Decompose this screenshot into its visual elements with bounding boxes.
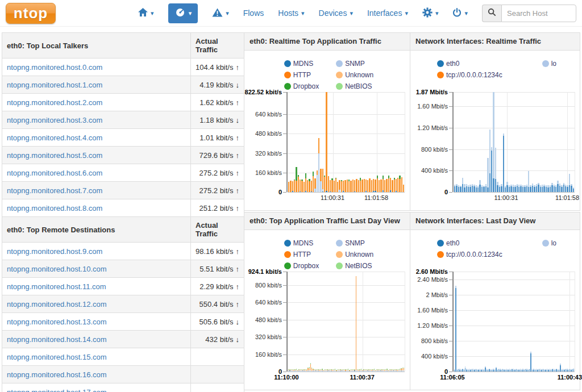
bar-segment xyxy=(365,180,367,191)
bar-segment xyxy=(516,369,517,372)
host-link[interactable]: ntopng.monitored.host.13.com xyxy=(7,318,107,326)
host-link[interactable]: ntopng.monitored.host.10.com xyxy=(7,265,107,273)
bar-segment xyxy=(298,370,299,372)
bar-segment xyxy=(564,370,564,372)
bar xyxy=(526,272,527,372)
search-button[interactable] xyxy=(482,5,501,22)
table-row: ntopng.monitored.host.9.com98.16 kbit/s↑ xyxy=(2,243,244,260)
bar xyxy=(334,92,335,192)
host-link[interactable]: ntopng.monitored.host.4.com xyxy=(7,134,102,142)
host-link[interactable]: ntopng.monitored.host.14.com xyxy=(7,335,107,344)
host-link[interactable]: ntopng.monitored.host.7.com xyxy=(7,186,102,195)
table-row: ntopng.monitored.host.16.com xyxy=(2,366,244,383)
bar-segment xyxy=(352,370,352,372)
ntop-logo[interactable]: ntop xyxy=(6,3,56,24)
section-title: eth0: Top Remote Destinations xyxy=(2,217,191,243)
y-axis-label: 160 kbit/s xyxy=(255,169,282,176)
bar-segment xyxy=(479,180,480,185)
bar xyxy=(568,272,569,372)
bar xyxy=(379,272,380,372)
bar xyxy=(526,92,527,192)
bar-segment xyxy=(307,370,308,372)
bar xyxy=(525,272,526,372)
traffic-cell xyxy=(191,348,244,366)
bar-segment xyxy=(402,370,403,372)
bar xyxy=(380,272,381,372)
host-link[interactable]: ntopng.monitored.host.6.com xyxy=(7,169,102,177)
bar xyxy=(557,92,558,192)
bar xyxy=(305,92,306,192)
y-axis-label: 320 kbit/s xyxy=(255,150,282,157)
nav-power[interactable]: ▾ xyxy=(452,8,468,19)
host-link[interactable]: ntopng.monitored.host.2.com xyxy=(7,98,102,107)
nav-flows[interactable]: Flows xyxy=(243,9,264,18)
bar xyxy=(361,92,363,192)
legend-dot xyxy=(437,60,444,67)
bar xyxy=(314,92,315,192)
bar-segment xyxy=(513,187,514,192)
host-cell: ntopng.monitored.host.17.com xyxy=(2,383,191,392)
bar-segment xyxy=(321,370,321,372)
nav-dashboard-active[interactable]: ▾ xyxy=(168,3,198,23)
host-link[interactable]: ntopng.monitored.host.12.com xyxy=(7,300,107,308)
chart-legend: eth0tcp://0.0.0.0:1234clo xyxy=(414,58,580,91)
bar-segment xyxy=(462,369,463,372)
bar-segment xyxy=(550,187,551,192)
host-link[interactable]: ntopng.monitored.host.1.com xyxy=(7,81,102,89)
bar xyxy=(547,272,547,372)
x-axis-label: 11:06:05 xyxy=(440,374,464,381)
bar xyxy=(552,272,552,372)
chart-legend: MDNSHTTPDropboxSNMPUnknownNetBIOS xyxy=(248,58,410,91)
bar xyxy=(309,272,310,372)
traffic-cell: 4.19 kbit/s↓ xyxy=(191,76,244,94)
search-input[interactable] xyxy=(501,5,576,22)
bar xyxy=(289,272,290,372)
traffic-cell: 1.01 kbit/s↑ xyxy=(191,129,244,147)
bar-segment xyxy=(462,184,463,192)
host-link[interactable]: ntopng.monitored.host.0.com xyxy=(7,63,102,72)
nav-settings[interactable]: ▾ xyxy=(422,7,439,19)
nav-hosts[interactable]: Hosts ▾ xyxy=(278,9,304,18)
bar-segment xyxy=(315,371,316,372)
nav-alerts[interactable]: ▾ xyxy=(212,8,229,19)
bar-segment xyxy=(568,370,569,372)
legend-dot xyxy=(336,262,343,269)
host-link[interactable]: ntopng.monitored.host.15.com xyxy=(7,353,107,361)
host-link[interactable]: ntopng.monitored.host.5.com xyxy=(7,151,102,160)
bars-group xyxy=(454,92,575,192)
bar xyxy=(364,92,365,192)
bar xyxy=(506,272,507,372)
host-cell: ntopng.monitored.host.13.com xyxy=(2,313,191,331)
y-axis-labels: 822.52 kbit/s640 kbit/s480 kbit/s320 kbi… xyxy=(248,92,283,192)
bar xyxy=(337,92,338,192)
bar xyxy=(537,272,538,372)
bar-segment xyxy=(497,185,498,192)
nav-interfaces[interactable]: Interfaces ▾ xyxy=(367,9,408,18)
bar-segment xyxy=(492,370,492,372)
bar-segment xyxy=(294,370,295,372)
traffic-cell xyxy=(191,383,244,392)
host-link[interactable]: ntopng.monitored.host.11.com xyxy=(7,282,106,291)
bar xyxy=(506,92,508,192)
bar xyxy=(488,272,488,372)
bar xyxy=(556,272,556,372)
y-axis-tick xyxy=(283,272,286,272)
plot-area: 2.60 Mbit/s2.40 Mbit/s2 Mbit/s1.60 Mbit/… xyxy=(414,272,580,372)
nav-devices[interactable]: Devices ▾ xyxy=(319,9,353,18)
traffic-cell: 98.16 kbit/s↑ xyxy=(191,243,244,260)
bar-segment xyxy=(548,370,548,372)
navbar: ntop ▾ ▾ ▾ Flows Hosts ▾ Devices ▾ Inter… xyxy=(0,0,582,27)
host-link[interactable]: ntopng.monitored.host.16.com xyxy=(7,370,107,379)
host-link[interactable]: ntopng.monitored.host.17.com xyxy=(7,388,107,392)
nav-home[interactable]: ▾ xyxy=(138,8,154,18)
home-icon xyxy=(138,8,148,18)
bar xyxy=(320,92,321,192)
host-link[interactable]: ntopng.monitored.host.3.com xyxy=(7,116,102,124)
arrow-up-icon: ↑ xyxy=(236,282,240,291)
traffic-cell: 550.4 bit/s↑ xyxy=(191,295,244,313)
bar xyxy=(503,92,504,192)
host-link[interactable]: ntopng.monitored.host.8.com xyxy=(7,204,102,212)
bar xyxy=(394,92,395,192)
host-cell: ntopng.monitored.host.12.com xyxy=(2,295,191,313)
host-link[interactable]: ntopng.monitored.host.9.com xyxy=(7,247,102,256)
